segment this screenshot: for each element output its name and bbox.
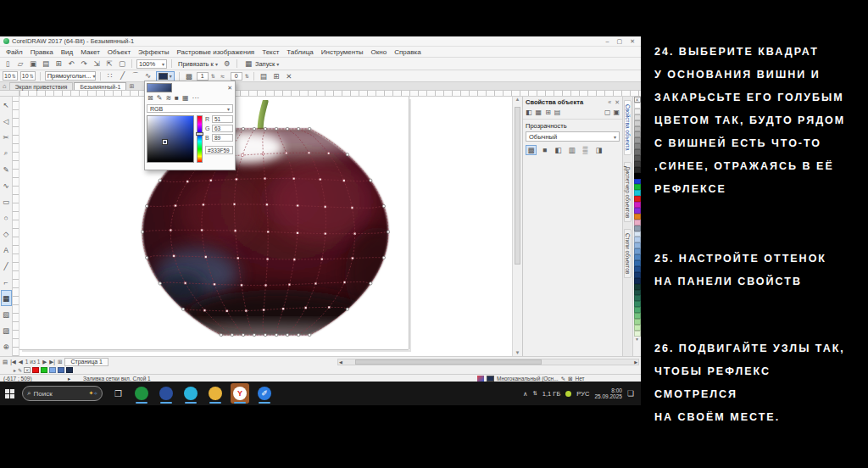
no-transparency-icon[interactable]: ▩: [526, 145, 537, 155]
grid-rows-spinner[interactable]: 10 ⇅: [20, 71, 36, 81]
open-icon[interactable]: ▱: [15, 59, 25, 68]
mesh-fill-color-button[interactable]: ▾: [156, 71, 175, 81]
palette-grid-icon[interactable]: ▦: [182, 94, 189, 102]
connector-tool[interactable]: ⌐: [1, 274, 12, 290]
palette-swatch[interactable]: [634, 143, 641, 149]
menu-layout[interactable]: Макет: [81, 48, 100, 56]
zoom-level-combo[interactable]: 100% ▾: [136, 59, 167, 69]
prev-page-icon[interactable]: ◀: [19, 359, 23, 365]
palette-swatch[interactable]: [634, 254, 641, 260]
freehand-tool[interactable]: ✎: [1, 161, 12, 177]
artistic-media-tool[interactable]: ∿: [1, 177, 12, 193]
palette-swatch[interactable]: [634, 184, 641, 190]
fountain-transparency-icon[interactable]: ◧: [553, 145, 564, 155]
launch-button[interactable]: ▦ Запуск ▾: [242, 59, 281, 68]
palette-swatch[interactable]: [634, 325, 641, 331]
tray-expand-icon[interactable]: ∧: [523, 390, 528, 398]
horizontal-ruler[interactable]: [19, 91, 641, 97]
palette-swatch[interactable]: [634, 179, 641, 185]
no-color-swatch[interactable]: ✕: [24, 367, 31, 373]
horizontal-scrollbar[interactable]: ◀ ▶: [337, 359, 639, 365]
dimension-tool[interactable]: ╱: [1, 258, 12, 274]
palette-swatch[interactable]: [634, 242, 641, 248]
blue-app-icon[interactable]: [157, 383, 175, 404]
to-line-icon[interactable]: ╱: [118, 71, 128, 81]
palette-swatch[interactable]: [634, 331, 641, 337]
palette-swatch[interactable]: [634, 109, 641, 114]
text-tool[interactable]: A: [1, 242, 12, 258]
docker-side-tab[interactable]: Стили объектов: [624, 229, 632, 278]
texture-transparency-icon[interactable]: ▒: [580, 145, 591, 155]
palette-swatch[interactable]: [634, 126, 641, 132]
palette-swatch[interactable]: [634, 226, 641, 231]
palette-swatch[interactable]: [634, 278, 641, 284]
scroll-left-icon[interactable]: ◀: [338, 359, 342, 365]
document-palette-swatch[interactable]: [66, 367, 73, 373]
to-curve-icon[interactable]: ⌒: [131, 71, 141, 81]
spinner-icon[interactable]: ⇅: [245, 73, 249, 79]
next-page-icon[interactable]: ▶: [42, 359, 47, 365]
vertical-ruler[interactable]: [13, 97, 19, 356]
red-swatch-icon[interactable]: ■: [175, 94, 179, 102]
palette-swatch[interactable]: [634, 167, 641, 173]
palette-swatch[interactable]: [634, 137, 641, 143]
palette-swatch[interactable]: [634, 266, 641, 272]
menu-edit[interactable]: Правка: [31, 48, 53, 56]
notification-center-icon[interactable]: ❏: [627, 389, 634, 398]
close-button[interactable]: ✕: [630, 38, 635, 45]
no-color-icon[interactable]: ⊠: [147, 94, 153, 102]
tab-untitled-document[interactable]: Безымянный-1: [74, 82, 126, 90]
horizontal-scroll-thumb[interactable]: [355, 359, 542, 365]
palette-swatch[interactable]: [634, 248, 641, 254]
file-explorer-icon[interactable]: [206, 383, 225, 404]
status-dot-icon[interactable]: [565, 391, 571, 397]
vertical-scrollbar[interactable]: ▲ ▼: [512, 97, 522, 356]
palette-swatch[interactable]: [634, 149, 641, 155]
palette-swatch[interactable]: [634, 120, 641, 126]
maximize-button[interactable]: ▢: [617, 38, 623, 45]
minimize-button[interactable]: –: [606, 38, 609, 45]
tab-welcome-screen[interactable]: Экран приветствия: [9, 82, 74, 90]
red-value-field[interactable]: 51: [212, 115, 233, 123]
palette-swatch[interactable]: [634, 131, 641, 137]
hue-slider-handle[interactable]: [196, 132, 203, 136]
menu-table[interactable]: Таблица: [287, 48, 313, 56]
redo-icon[interactable]: ↷: [79, 59, 89, 68]
eyedropper-icon[interactable]: ✎: [18, 367, 22, 373]
scroll-up-icon[interactable]: ▲: [515, 97, 520, 102]
shape-tool[interactable]: ◁: [1, 113, 12, 129]
clock[interactable]: 8:00 25.09.2025: [594, 387, 622, 399]
crop-tool[interactable]: ✂: [1, 129, 12, 145]
docker-close-icon[interactable]: ✕: [615, 99, 620, 106]
home-icon[interactable]: ⌂: [3, 82, 7, 90]
copy-mesh-icon[interactable]: ▤: [259, 72, 269, 81]
options-transparency-icon[interactable]: ◨: [593, 145, 604, 155]
clear-mesh-icon[interactable]: ✕: [284, 72, 294, 81]
mesh-shape-select[interactable]: Прямоугольн... ▾: [45, 71, 96, 81]
palette-swatch[interactable]: [634, 301, 641, 307]
save-icon[interactable]: ▣: [28, 59, 38, 68]
smooth-mesh-icon[interactable]: ⊞: [271, 72, 281, 81]
import-icon[interactable]: ⇲: [92, 59, 102, 68]
uniform-transparency-icon[interactable]: ■: [539, 145, 550, 155]
edge-browser-icon[interactable]: [181, 383, 200, 404]
scroll-mode-icon[interactable]: ▢: [604, 109, 611, 116]
arrow-right-icon[interactable]: ▸: [14, 367, 16, 373]
first-page-icon[interactable]: |◀: [10, 359, 16, 365]
document-palette-swatch[interactable]: [32, 367, 39, 373]
palette-swatch[interactable]: [634, 161, 641, 167]
color-model-select[interactable]: RGB ▾: [147, 104, 233, 113]
transparency-section-icon[interactable]: ⊞: [545, 109, 551, 116]
menu-window[interactable]: Окно: [371, 48, 387, 56]
transparency-tool[interactable]: ▧: [1, 306, 12, 322]
page-icon[interactable]: ▤: [3, 359, 8, 365]
grid-columns-spinner[interactable]: 10 ⇅: [3, 71, 18, 81]
scroll-down-icon[interactable]: ▼: [513, 350, 522, 355]
summary-section-icon[interactable]: ▤: [554, 109, 561, 116]
pen-app-icon[interactable]: ✐: [255, 383, 274, 404]
undo-icon[interactable]: ↶: [66, 59, 76, 68]
palette-scroll-down-icon[interactable]: ▼: [635, 337, 639, 342]
palette-swatch[interactable]: [634, 260, 641, 266]
mixer-icon[interactable]: ≋: [165, 94, 171, 102]
pick-tool[interactable]: ↖: [1, 97, 12, 113]
